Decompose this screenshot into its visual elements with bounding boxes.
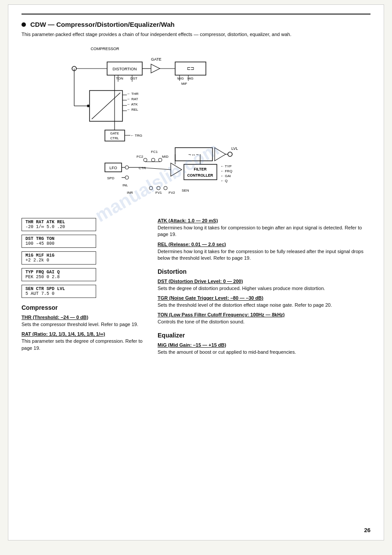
param-boxes-container: THR RAT ATK REL -20 1/∞ 5.0 .20 DST TRG …	[22, 218, 149, 298]
diagram-area: COMPRESSOR DISTORTION TON DST GATE ⊏⊐	[22, 42, 370, 210]
param-box-3-row2: +2 2.2k 0	[25, 258, 92, 263]
svg-point-29	[144, 158, 147, 162]
tgr-desc: Sets the threshold level of the distorti…	[158, 302, 370, 308]
compressor-params: THR (Threshold: –24 — 0 dB) Sets the com…	[22, 315, 149, 352]
waveform-symbol: ~↔~	[188, 152, 199, 157]
wah-symbol: ⊏⊐	[187, 66, 194, 71]
filter-controller-label2: CONTROLLER	[187, 173, 213, 178]
param-box-1: THR RAT ATK REL -20 1/∞ 5.0 .20	[22, 218, 96, 231]
q-label: ← Q	[220, 179, 227, 183]
distortion-box-label: DISTORTION	[112, 67, 137, 71]
svg-point-41	[149, 186, 153, 190]
param-box-3-row1: MiG MiF HiG	[25, 253, 92, 258]
atk-desc: Determines how long it takes for compres…	[158, 225, 370, 238]
filter-controller-label: FILTER	[194, 167, 206, 171]
bullet-icon	[22, 22, 26, 27]
mig-desc: Sets the amount of boost or cut applied …	[158, 349, 370, 355]
rat-title: RAT (Ratio: 1/2, 1/3, 1/4, 1/6, 1/8, 1/∞…	[22, 331, 149, 337]
equalizer-params: MiG (Mid Gain: –15 — +15 dB) Sets the am…	[158, 342, 370, 355]
svg-point-30	[158, 158, 162, 162]
param-box-2: DST TRG TON 100 -45 800	[22, 235, 96, 248]
main-title: CDW — Compressor/Distortion/Equalizer/Wa…	[30, 21, 175, 28]
ton-desc: Controls the tone of the distortion soun…	[158, 319, 370, 325]
svg-marker-25	[215, 148, 226, 161]
lvl-label: LVL	[231, 146, 238, 151]
param-box-1-row2: -20 1/∞ 5.0 .20	[25, 225, 92, 229]
gai-label: ← GAI	[220, 174, 231, 178]
equalizer-section-title: Equalizer	[158, 332, 370, 339]
sen-label: SEN	[182, 189, 189, 192]
param-box-4-row2: PEK 250 0 2.8	[25, 275, 92, 279]
param-box-2-row2: 100 -45 800	[25, 241, 92, 246]
dst-label: DST	[130, 76, 137, 80]
atk-title: ATK (Attack: 1.0 — 20 mS)	[158, 218, 370, 223]
gate-ctrl-label: GATE	[110, 131, 119, 135]
param-box-5-row1: SEN CTR SPD LVL	[25, 287, 92, 291]
thr-label: ← THR	[127, 92, 139, 96]
inl-label: INL	[122, 183, 128, 187]
svg-point-42	[157, 186, 160, 190]
svg-line-12	[92, 93, 120, 119]
rel-title: REL (Release: 0.01 — 2.0 sec)	[158, 242, 370, 247]
svg-point-28	[151, 158, 155, 162]
atk-rel-params: ATK (Attack: 1.0 — 20 mS) Determines how…	[158, 218, 370, 262]
fv2-label: FV2	[169, 191, 175, 195]
ton-title: TON (Low Pass Filter Cutoff Frequency: 1…	[158, 312, 370, 317]
ctrl-label: CTRL	[110, 136, 119, 140]
svg-marker-6	[151, 64, 160, 73]
rel-desc: Determines how long it takes for the com…	[158, 248, 370, 262]
distortion-section-title: Distortion	[158, 268, 370, 275]
dst-title: DST (Distortion Drive Level: 0 — 200)	[158, 279, 370, 284]
section-title: CDW — Compressor/Distortion/Equalizer/Wa…	[22, 21, 370, 28]
svg-point-43	[164, 186, 167, 190]
param-box-5: SEN CTR SPD LVL 5 AUT 7.5 0	[22, 285, 96, 298]
frq-label: ← FRQ	[220, 169, 232, 173]
thr-title: THR (Threshold: –24 — 0 dB)	[22, 315, 149, 320]
compressor-label: COMPRESSOR	[90, 47, 119, 51]
param-box-3: MiG MiF HiG +2 2.2k 0	[22, 251, 96, 265]
rat-desc: This parameter sets the degree of compre…	[22, 338, 149, 352]
circuit-diagram: COMPRESSOR DISTORTION TON DST GATE ⊏⊐	[22, 42, 276, 209]
typ-label: ← TYP	[220, 164, 232, 168]
param-box-4-row1: TYP FRQ GAI Q	[25, 270, 92, 275]
gate-label: GATE	[151, 57, 162, 62]
mig-label: MiG	[177, 76, 184, 80]
compressor-section-title: Compressor	[22, 304, 149, 311]
inr-label: INR	[127, 191, 133, 195]
param-box-4: TYP FRQ GAI Q PEK 250 0 2.8	[22, 268, 96, 281]
spd-label: SPD	[107, 176, 115, 180]
thr-desc: Sets the compressor threshold level. Ref…	[22, 321, 149, 328]
dst-desc: Sets the degree of distortion produced. …	[158, 285, 370, 292]
two-col-layout: THR RAT ATK REL -20 1/∞ 5.0 .20 DST TRG …	[22, 214, 370, 357]
svg-marker-33	[171, 163, 182, 176]
svg-point-39	[125, 176, 129, 179]
param-box-1-row1: THR RAT ATK REL	[25, 220, 92, 225]
right-column: ATK (Attack: 1.0 — 20 mS) Determines how…	[158, 214, 370, 357]
page: CDW — Compressor/Distortion/Equalizer/Wa…	[8, 4, 384, 540]
left-column: THR RAT ATK REL -20 1/∞ 5.0 .20 DST TRG …	[22, 214, 149, 357]
mif-label-mid: MiF	[181, 82, 187, 86]
svg-point-35	[125, 166, 129, 169]
rel-label: ← REL	[127, 108, 138, 112]
trg-label: ← TRG	[130, 134, 142, 138]
mig-title: MiG (Mid Gain: –15 — +15 dB)	[158, 342, 370, 348]
top-bar	[22, 14, 370, 15]
atk-label: ← ATK	[127, 102, 138, 106]
param-box-5-row2: 5 AUT 7.5 0	[25, 291, 92, 296]
fc1-label: FC1	[151, 150, 158, 154]
page-number: 26	[364, 527, 370, 533]
svg-point-26	[228, 152, 232, 156]
ton-label: TON	[116, 76, 123, 80]
mid-label: MID	[162, 155, 169, 159]
lfo-label: LFO	[109, 166, 117, 170]
distortion-params: DST (Distortion Drive Level: 0 — 200) Se…	[158, 279, 370, 326]
fc2-label: FC2	[137, 155, 144, 159]
intro-text: This parameter-packed effect stage provi…	[22, 32, 370, 37]
rat-label: ← RAT	[127, 97, 138, 101]
tgr-title: TGR (Noise Gate Trigger Level: –80 — –30…	[158, 295, 370, 301]
param-box-2-row1: DST TRG TON	[25, 236, 92, 241]
fv1-label: FV1	[155, 191, 162, 195]
